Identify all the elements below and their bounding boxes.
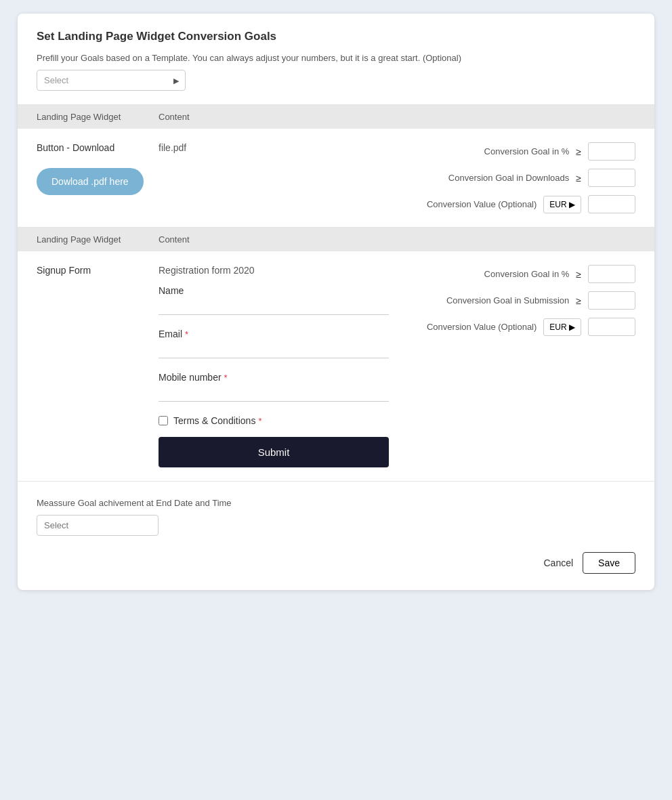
form-mobile-label: Mobile number *: [159, 372, 397, 383]
section1-goal1-gte: ≥: [576, 146, 581, 157]
section1-currency-button[interactable]: EUR ▶: [543, 196, 581, 213]
section2-goal3-label: Conversion Value (Optional): [397, 322, 537, 332]
terms-row: Terms & Conditions *: [159, 415, 397, 426]
terms-checkbox[interactable]: [159, 416, 168, 425]
section1-goal2-label: Conversion Goal in Downloads: [397, 173, 569, 183]
template-select-wrapper: Select ▶: [37, 70, 186, 91]
section2-goal3-row: Conversion Value (Optional) EUR ▶: [397, 318, 635, 336]
section-button-download: Landing Page Widget Content Button - Dow…: [18, 105, 654, 228]
section1-goals-col: Conversion Goal in % ≥ Conversion Goal i…: [397, 142, 635, 213]
form-email-input[interactable]: [159, 342, 389, 358]
section2-goal1-label: Conversion Goal in %: [397, 269, 569, 279]
terms-required-star: *: [258, 416, 261, 426]
section2-header-content: Content: [159, 234, 635, 245]
section2-goals-col: Conversion Goal in % ≥ Conversion Goal i…: [397, 265, 635, 336]
main-card: Set Landing Page Widget Conversion Goals…: [18, 14, 654, 590]
section1-widget-name: Button - Download: [37, 142, 159, 153]
form-name-input[interactable]: [159, 299, 389, 315]
measure-select-wrapper: [37, 515, 159, 536]
section2-goal1-gte: ≥: [576, 269, 581, 280]
section2-widget-name: Signup Form: [37, 265, 159, 276]
form-field-email: Email *: [159, 329, 397, 358]
section2-goal2-gte: ≥: [576, 295, 581, 306]
template-description: Prefill your Goals based on a Template. …: [37, 53, 635, 63]
measure-label: Meassure Goal achivement at End Date and…: [37, 498, 635, 508]
page-title: Set Landing Page Widget Conversion Goals: [37, 30, 635, 43]
email-required-star: *: [185, 329, 188, 339]
section2-body: Signup Form Registration form 2020 Name: [18, 251, 654, 481]
section2-goal2-row: Conversion Goal in Submission ≥: [397, 291, 635, 310]
section1-goal1-label: Conversion Goal in %: [397, 146, 569, 156]
section1-body: Button - Download Dowload .pdf here file…: [18, 129, 654, 227]
terms-label: Terms & Conditions *: [173, 415, 261, 426]
save-button[interactable]: Save: [583, 552, 635, 574]
card-header: Set Landing Page Widget Conversion Goals…: [18, 14, 654, 105]
section1-goal2-gte: ≥: [576, 173, 581, 184]
section2-content-name: Registration form 2020: [159, 265, 397, 276]
signup-submit-button[interactable]: Submit: [159, 437, 389, 467]
form-mobile-input[interactable]: [159, 385, 389, 402]
section2-goal3-input[interactable]: [588, 318, 635, 336]
form-field-name: Name: [159, 285, 397, 315]
form-email-label: Email *: [159, 329, 397, 339]
section2-header-widget: Landing Page Widget: [37, 234, 159, 245]
section2-currency-button[interactable]: EUR ▶: [543, 318, 581, 336]
section2-content-col: Registration form 2020 Name Email *: [159, 265, 397, 467]
section1-goal1-row: Conversion Goal in % ≥: [397, 142, 635, 161]
section1-header-content: Content: [159, 112, 635, 122]
download-pdf-button[interactable]: Dowload .pdf here: [37, 168, 144, 195]
section1-goal2-input[interactable]: [588, 169, 635, 187]
section2-goal1-row: Conversion Goal in % ≥: [397, 265, 635, 283]
signup-form-preview: Name Email * M: [159, 285, 397, 467]
section1-goal3-input[interactable]: [588, 195, 635, 213]
form-field-mobile: Mobile number *: [159, 372, 397, 402]
section1-goal2-row: Conversion Goal in Downloads ≥: [397, 169, 635, 187]
section1-header: Landing Page Widget Content: [18, 105, 654, 129]
section2-header: Landing Page Widget Content: [18, 228, 654, 251]
section1-header-widget: Landing Page Widget: [37, 112, 159, 122]
section1-goal1-input[interactable]: [588, 142, 635, 161]
section-signup-form: Landing Page Widget Content Signup Form …: [18, 228, 654, 482]
cancel-button[interactable]: Cancel: [543, 557, 573, 568]
section1-content-name: file.pdf: [159, 142, 397, 153]
section1-widget-col: Button - Download Dowload .pdf here: [37, 142, 159, 195]
footer-actions: Cancel Save: [37, 552, 635, 574]
section2-goal1-input[interactable]: [588, 265, 635, 283]
card-footer: Meassure Goal achivement at End Date and…: [18, 482, 654, 590]
measure-select-input[interactable]: [37, 515, 159, 536]
section1-goal3-label: Conversion Value (Optional): [397, 199, 537, 209]
form-name-label: Name: [159, 285, 397, 296]
mobile-required-star: *: [224, 373, 228, 383]
section1-content-col: file.pdf: [159, 142, 397, 163]
section1-goal3-row: Conversion Value (Optional) EUR ▶: [397, 195, 635, 213]
section2-goal2-label: Conversion Goal in Submission: [397, 295, 569, 306]
section2-widget-col: Signup Form: [37, 265, 159, 285]
section2-goal2-input[interactable]: [588, 291, 635, 310]
template-select[interactable]: Select: [37, 70, 186, 91]
